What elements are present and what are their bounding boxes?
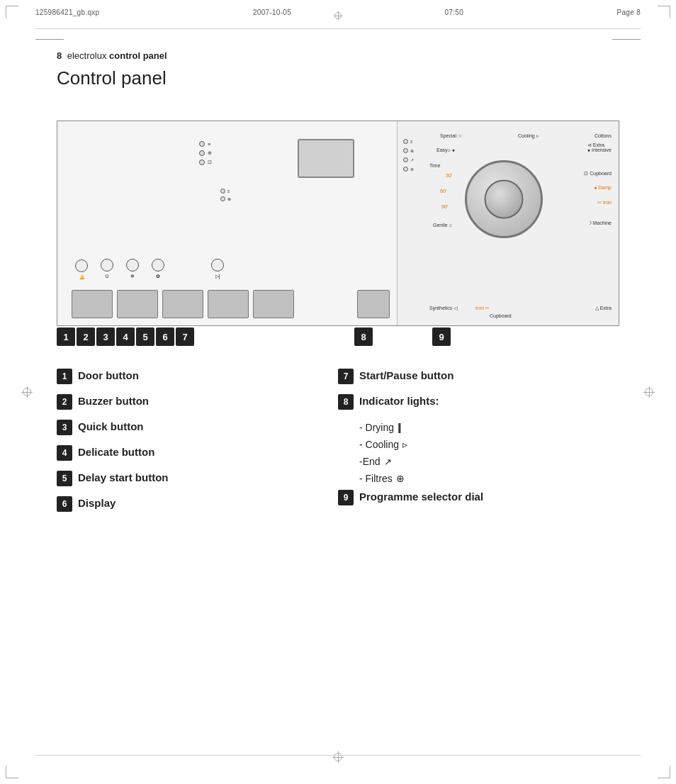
desc-badge-2: 2 xyxy=(57,394,72,410)
filtres-dash: - Filtres xyxy=(359,473,393,484)
filtres-icon: ⊕ xyxy=(396,473,405,484)
ind-light-bottom-1 xyxy=(220,189,225,194)
badge-8: 8 xyxy=(354,327,373,346)
ind-light-3 xyxy=(199,159,205,165)
top-header: 125986421_gb.qxp 2007-10-05 07:50 Page 8 xyxy=(35,9,641,16)
reg-mark-bottom xyxy=(332,751,344,763)
quick-btn-1[interactable] xyxy=(72,290,113,318)
indicator-filtres: - Filtres ⊕ xyxy=(359,473,619,484)
desc-badge-5: 5 xyxy=(57,471,72,486)
diagram-area: ≡ ⊕ ⊡ ≡ ⊕ 🔔 xyxy=(57,121,619,326)
desc-text-7: Start/Pause button xyxy=(359,369,454,381)
top-divider xyxy=(35,28,641,29)
page-number: 8 xyxy=(57,50,62,61)
dial-label-intensive: ● Intensive xyxy=(587,147,612,152)
indicator-drying: - Drying ||| xyxy=(359,421,619,433)
brand-text: electrolux control panel xyxy=(64,50,167,61)
badge-9: 9 xyxy=(432,327,451,346)
desc-item-3: 3 Quick button xyxy=(57,420,338,435)
display-window xyxy=(298,139,354,178)
dial-label-cupboard-bottom: Cupboard xyxy=(490,313,512,318)
ind-light-bottom-2 xyxy=(220,196,225,201)
right-ind-2 xyxy=(403,148,408,153)
circle-btn-5[interactable] xyxy=(211,259,224,271)
indicator-end: -End ↗ xyxy=(359,456,619,467)
badge-2: 2 xyxy=(77,327,95,346)
dial-label-machine: ☽ Machine xyxy=(587,220,612,226)
desc-badge-4: 4 xyxy=(57,445,72,461)
quick-btn-2[interactable] xyxy=(117,290,158,318)
page-section: 8 electrolux control panel xyxy=(57,50,167,61)
short-line-tr xyxy=(612,39,641,40)
dial-label-cottons: Cottons xyxy=(595,133,612,138)
circle-btn-4[interactable] xyxy=(152,259,164,271)
circle-btn-1[interactable] xyxy=(75,259,88,272)
dial-label-special: Special ☆ xyxy=(440,133,462,139)
reg-mark-right xyxy=(643,386,655,398)
file-time: 07:50 xyxy=(445,9,464,16)
dial-label-synthetics: Synthetics ◁ xyxy=(429,306,457,311)
desc-col-right: 7 Start/Pause button 8 Indicator lights:… xyxy=(338,369,619,522)
desc-text-6: Display xyxy=(78,497,116,509)
bottom-divider xyxy=(35,755,641,756)
desc-text-3: Quick button xyxy=(78,420,144,432)
machine-panel-right: ≡ ⊕ ↗ ⊛ Special ☆ Cooling ▹ Cottons xyxy=(398,121,619,325)
desc-item-9: 9 Programme selector dial xyxy=(338,490,619,505)
indicator-cooling: - Cooling ▹ xyxy=(359,439,619,450)
badges-row: 1 2 3 4 5 6 7 xyxy=(57,327,194,346)
desc-item-5: 5 Delay start button xyxy=(57,471,338,486)
desc-text-2: Buzzer button xyxy=(78,395,149,407)
right-ind-1 xyxy=(403,139,408,144)
dial-label-extra-bottom: △ Extra xyxy=(595,306,612,311)
drying-icon: ||| xyxy=(398,421,400,433)
corner-mark-tl xyxy=(6,6,18,18)
circle-btn-3[interactable] xyxy=(126,259,139,271)
page-title: Control panel xyxy=(57,67,167,89)
desc-item-4: 4 Delicate button xyxy=(57,445,338,461)
quick-btn-4[interactable] xyxy=(208,290,249,318)
indicator-section: 8 Indicator lights: - Drying ||| - Cooli… xyxy=(338,394,619,484)
dial-label-cupboard-right: ⊡ Cupboard xyxy=(584,171,612,177)
desc-text-9: Programme selector dial xyxy=(359,491,483,503)
quick-btn-3[interactable] xyxy=(162,290,203,318)
dial-label-damp: ● Damp xyxy=(594,185,612,190)
desc-item-7: 7 Start/Pause button xyxy=(338,369,619,384)
desc-text-4: Delicate button xyxy=(78,446,154,458)
programme-dial[interactable] xyxy=(465,160,543,238)
right-ind-4 xyxy=(403,167,408,172)
badge-7: 7 xyxy=(176,327,194,346)
dial-label-60: 60' xyxy=(440,189,446,194)
desc-badge-8: 8 xyxy=(338,394,354,410)
desc-badge-6: 6 xyxy=(57,496,72,512)
end-icon: ↗ xyxy=(384,457,392,467)
dial-label-90: 90' xyxy=(441,204,448,209)
dial-label-cooling: Cooling ▹ xyxy=(518,133,539,139)
circle-btn-2[interactable] xyxy=(101,259,113,271)
desc-badge-3: 3 xyxy=(57,420,72,435)
corner-mark-tr xyxy=(658,6,670,18)
desc-badge-9: 9 xyxy=(338,490,354,505)
desc-item-6: 6 Display xyxy=(57,496,338,512)
right-ind-3 xyxy=(403,157,408,162)
quick-btn-5[interactable] xyxy=(253,290,294,318)
ind-light-1 xyxy=(199,141,205,147)
ind-label-2: ⊕ xyxy=(208,150,212,156)
corner-mark-bl xyxy=(6,766,18,778)
cooling-dash: - Cooling xyxy=(359,439,399,450)
ind-light-2 xyxy=(199,150,205,156)
desc-item-2: 2 Buzzer button xyxy=(57,394,338,410)
dial-label-30: 30' xyxy=(446,173,452,178)
desc-text-1: Door button xyxy=(78,369,139,381)
start-pause-btn[interactable] xyxy=(357,290,390,318)
reg-mark-left xyxy=(21,386,33,398)
desc-badge-7: 7 xyxy=(338,369,354,384)
end-dash: -End xyxy=(359,456,381,467)
dial-label-easy: Easy⌂ ● xyxy=(436,147,455,152)
corner-mark-br xyxy=(658,766,670,778)
indicator-lights-title: Indicator lights: xyxy=(359,395,439,407)
dial-label-time: Time xyxy=(429,163,440,168)
drying-dash: - Drying xyxy=(359,422,394,433)
description-area: 1 Door button 2 Buzzer button 3 Quick bu… xyxy=(57,369,619,522)
badge-1: 1 xyxy=(57,327,75,346)
badge-3: 3 xyxy=(96,327,115,346)
